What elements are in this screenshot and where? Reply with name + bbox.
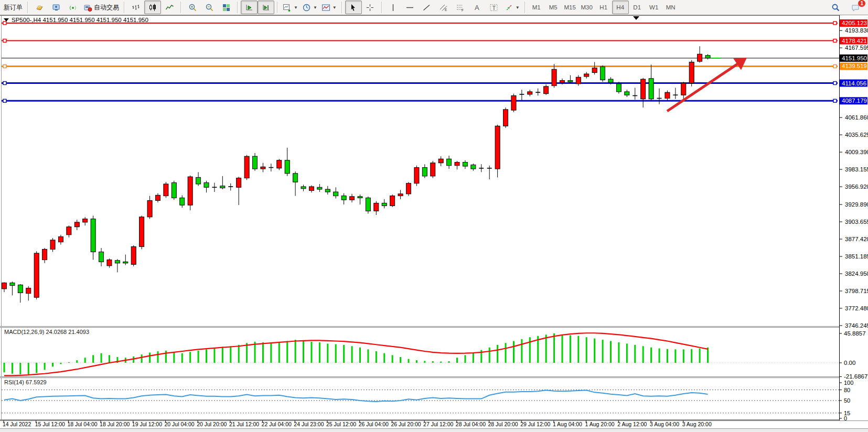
- toolbar-separator: [381, 2, 382, 13]
- zoom-out-button[interactable]: [201, 1, 218, 14]
- svg-text:4193.830: 4193.830: [845, 27, 868, 34]
- hline-anchor[interactable]: [3, 39, 6, 42]
- clock-icon: [302, 3, 311, 12]
- svg-text:28 Jul 20:00: 28 Jul 20:00: [488, 421, 518, 427]
- signals-button[interactable]: [65, 1, 81, 14]
- timeframe-button-w1[interactable]: W1: [646, 1, 662, 14]
- bar-chart-button[interactable]: [127, 1, 144, 14]
- mt4-terminal: { "toolbar": { "new_order_label": "新订单",…: [0, 0, 868, 432]
- svg-text:0.00: 0.00: [844, 360, 855, 366]
- candles-icon: [148, 3, 157, 12]
- cursor-button[interactable]: [345, 1, 362, 14]
- svg-text:3772.480: 3772.480: [845, 305, 868, 311]
- timeframe-button-m30[interactable]: M30: [578, 1, 595, 14]
- svg-text:3956.920: 3956.920: [845, 183, 868, 190]
- autoscroll-icon: [245, 3, 254, 12]
- new-order-button[interactable]: 新订单: [2, 1, 25, 14]
- market-watch-button[interactable]: [48, 1, 65, 14]
- svg-text:3877.420: 3877.420: [845, 236, 868, 242]
- svg-text:4178.421: 4178.421: [842, 38, 867, 44]
- textA-icon: A: [473, 3, 481, 12]
- timeframe-button-m1[interactable]: M1: [528, 1, 545, 14]
- hline-anchor[interactable]: [833, 99, 837, 102]
- chart-title: SP500-,H4 4151.950 4151.950 4151.950 415…: [12, 17, 148, 23]
- svg-text:3929.890: 3929.890: [845, 201, 868, 208]
- toolbar-group: [344, 0, 380, 15]
- svg-text:2 Aug 12:00: 2 Aug 12:00: [617, 421, 647, 427]
- templates-button[interactable]: ▼: [319, 1, 339, 14]
- svg-text:14 Jul 2022: 14 Jul 2022: [3, 421, 31, 427]
- svg-text:4151.950: 4151.950: [842, 55, 867, 61]
- chat-button[interactable]: 1: [847, 1, 864, 14]
- line-chart-button[interactable]: [161, 1, 178, 14]
- new-order-button-label: 新订单: [4, 3, 23, 12]
- toolbar-group: [239, 0, 276, 15]
- svg-text:3798.715: 3798.715: [845, 288, 868, 294]
- arrows-button[interactable]: ▼: [502, 1, 522, 14]
- price-chart[interactable]: 4193.8304167.5954061.8604035.6254009.390…: [0, 15, 868, 432]
- gold-icon: [35, 3, 44, 12]
- svg-text:18 Jul 20:00: 18 Jul 20:00: [100, 421, 130, 427]
- svg-text:3746.245: 3746.245: [845, 322, 868, 329]
- periods-button[interactable]: ▼: [300, 1, 319, 14]
- zoomin-icon: [188, 3, 197, 12]
- svg-text:4205.123: 4205.123: [842, 20, 867, 26]
- hline-anchor[interactable]: [3, 99, 6, 102]
- svg-text:4061.860: 4061.860: [845, 114, 868, 121]
- svg-text:24 Jul 23:00: 24 Jul 23:00: [294, 421, 324, 427]
- svg-text:27 Jul 12:00: 27 Jul 12:00: [423, 421, 453, 427]
- text-button[interactable]: A: [469, 1, 486, 14]
- hline-anchor[interactable]: [3, 21, 6, 25]
- svg-text:4009.390: 4009.390: [845, 149, 868, 155]
- timeframe-button-m15[interactable]: M15: [562, 1, 578, 14]
- timeframe-button-mn[interactable]: MN: [662, 1, 679, 14]
- trendline-button[interactable]: [419, 1, 435, 14]
- crosshair-button[interactable]: [362, 1, 379, 14]
- chart-shift-button[interactable]: [258, 1, 274, 14]
- notification-badge: 1: [858, 0, 865, 7]
- hline-anchor[interactable]: [833, 82, 837, 85]
- svg-text:21 Jul 12:00: 21 Jul 12:00: [229, 421, 259, 427]
- search-icon: [831, 3, 840, 12]
- fibonacci-button[interactable]: F: [452, 1, 469, 14]
- zoom-in-button[interactable]: [184, 1, 201, 14]
- hline-anchor[interactable]: [833, 39, 837, 42]
- timeframe-button-d1[interactable]: D1: [629, 1, 646, 14]
- text-label-button[interactable]: T: [486, 1, 502, 14]
- chart-window-button[interactable]: [31, 1, 48, 14]
- hline-anchor[interactable]: [833, 64, 837, 68]
- candlestick-chart-button[interactable]: [144, 1, 161, 14]
- equidistant-channel-button[interactable]: E: [435, 1, 452, 14]
- hline-anchor[interactable]: [3, 82, 6, 85]
- horizontal-line-button[interactable]: [402, 1, 419, 14]
- svg-text:29 Jul 12:00: 29 Jul 12:00: [520, 421, 550, 427]
- svg-text:20 Jul 20:00: 20 Jul 20:00: [197, 421, 227, 427]
- chevron-down-icon: ▼: [294, 5, 298, 10]
- svg-text:3 Aug 04:00: 3 Aug 04:00: [650, 421, 679, 427]
- monitor-icon: [52, 3, 61, 12]
- vertical-line-button[interactable]: [385, 1, 402, 14]
- svg-text:4167.595: 4167.595: [845, 45, 868, 51]
- tile-windows-button[interactable]: [218, 1, 234, 14]
- auto-scroll-button[interactable]: [241, 1, 258, 14]
- toolbar-group: 自动交易: [29, 0, 123, 15]
- svg-text:4139.519: 4139.519: [842, 63, 867, 69]
- auto-trading-button[interactable]: 自动交易: [81, 1, 121, 14]
- chart-window[interactable]: 4193.8304167.5954061.8604035.6254009.390…: [0, 15, 868, 432]
- hline-anchor[interactable]: [3, 64, 6, 68]
- search-button[interactable]: [827, 1, 844, 14]
- svg-text:28 Jul 04:00: 28 Jul 04:00: [456, 421, 486, 427]
- timeframe-button-m5[interactable]: M5: [545, 1, 562, 14]
- svg-text:3983.155: 3983.155: [845, 166, 868, 172]
- toolbar-separator: [27, 2, 28, 13]
- svg-text:45.8857: 45.8857: [844, 330, 866, 337]
- toolbar-separator: [524, 2, 526, 13]
- hline-anchor[interactable]: [833, 21, 837, 25]
- timeframe-button-h4[interactable]: H4: [612, 1, 629, 14]
- timeframe-button-h1[interactable]: H1: [595, 1, 612, 14]
- svg-text:A: A: [475, 4, 479, 12]
- toolbar-separator: [124, 2, 125, 13]
- svg-text:-21.6867: -21.6867: [844, 373, 867, 380]
- new-chart-button[interactable]: ▼: [281, 1, 300, 14]
- svg-text:18 Jul 04:00: 18 Jul 04:00: [67, 421, 97, 427]
